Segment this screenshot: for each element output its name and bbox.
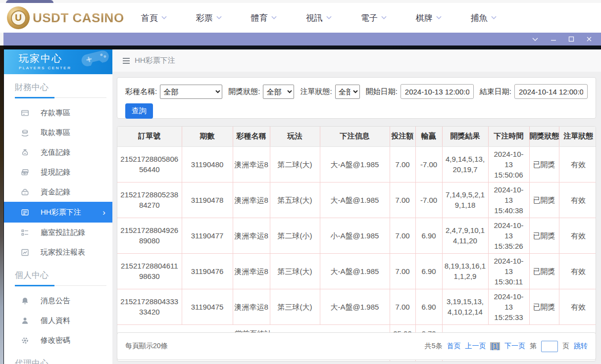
cell-play_type: 第二球(大) [270, 146, 320, 182]
cell-period: 31190478 [182, 182, 233, 218]
sidebar-item-funds-record[interactable]: 資金記錄 [4, 182, 112, 202]
sidebar-item-hall-bet-record[interactable]: 廳室投註記錄 [4, 223, 112, 242]
moneybag-icon [21, 148, 30, 157]
person-icon [21, 316, 30, 325]
cell-bet_amount: 7.00 [390, 218, 415, 253]
sidebar-item-label: 個人資料 [41, 316, 70, 325]
col-header-bet_info: 下注信息 [320, 127, 390, 146]
draw-status-select[interactable]: 全部 [263, 85, 294, 99]
prev-page-link[interactable]: 上一页 [465, 342, 486, 351]
sidebar-item-player-bet-report[interactable]: 玩家投注報表 [4, 242, 112, 262]
sidebar-item-label: 提現記錄 [41, 168, 70, 177]
cell-play_type: 第五球(大) [270, 182, 320, 218]
sidebar-item-label: 資金記錄 [41, 187, 70, 197]
nav-item-home[interactable]: 首頁 [141, 12, 167, 24]
nav-item-chess[interactable]: 棋牌 [416, 12, 442, 24]
app-window: 玩家中心 PLAYERS CENTER 財務中心存款專區取款專區充值記錄提現記錄… [3, 46, 601, 364]
chevron-down-icon [381, 16, 387, 20]
table-row: 215217288058065644031190480澳洲幸运8第二球(大)大-… [117, 146, 596, 182]
current-page-indicator[interactable]: [1] [490, 342, 500, 350]
cell-draw_result: 2,4,7,9,10,14,11,20 [442, 218, 488, 253]
page-jump-input[interactable] [541, 341, 558, 352]
cell-draw_status: 已開獎 [529, 146, 559, 182]
nav-item-label: 彩票 [196, 12, 213, 24]
cell-period: 31190476 [182, 253, 233, 289]
cell-bet_time: 2024-10-13 15:40:38 [488, 182, 529, 218]
sidebar: 玩家中心 PLAYERS CENTER 財務中心存款專區取款專區充值記錄提現記錄… [4, 49, 112, 364]
cell-draw_status: 已開獎 [529, 289, 559, 324]
sidebar-item-change-password[interactable]: 修改密碼 [4, 330, 112, 350]
sidebar-item-deposit[interactable]: 存款專區 [4, 103, 112, 123]
order-status-label: 注單狀態: [300, 87, 332, 96]
nav-item-label: 首頁 [141, 12, 158, 24]
cell-win_loss: 6.90 [415, 253, 442, 289]
jump-prefix-label: 第 [530, 342, 537, 351]
nav-item-lottery[interactable]: 彩票 [196, 12, 222, 24]
menu-icon[interactable] [122, 57, 130, 64]
start-date-input[interactable] [401, 84, 474, 99]
chevron-right-icon: › [102, 208, 105, 217]
purse-icon [21, 187, 30, 196]
table-row: 215217288043333342031190475澳洲幸运8第三球(大)大-… [117, 289, 596, 324]
sidebar-item-withdrawal-record[interactable]: 提現記錄 [4, 162, 112, 182]
cell-order_no: 2152172880461198630 [117, 253, 182, 289]
order-status-select[interactable]: 全部 [335, 85, 360, 99]
sidebar-item-label: 取款專區 [41, 128, 70, 137]
sidebar-section-agent: 代理中心 [4, 358, 112, 364]
sidebar-section-finance: 財務中心存款專區取款專區充值記錄提現記錄資金記錄HH彩票下注›廳室投註記錄玩家投… [4, 82, 112, 262]
sidebar-item-label: 消息公告 [41, 296, 70, 306]
cell-bet_amount: 7.00 [390, 146, 415, 182]
nav-item-sports[interactable]: 體育 [251, 12, 277, 24]
window-titlebar [3, 33, 601, 46]
cell-bet_info: 小-A盤@1.985 [320, 218, 390, 253]
cell-lottery_name: 澳洲幸运8 [233, 253, 270, 289]
banknote-icon [21, 168, 30, 177]
deposit-icon [21, 108, 30, 117]
nav-item-video[interactable]: 視訊 [306, 12, 332, 24]
search-button[interactable]: 查詢 [125, 103, 153, 119]
cell-bet_time: 2024-10-13 15:30:11 [488, 253, 529, 289]
list-card-icon [21, 208, 30, 217]
first-page-link[interactable]: 首页 [447, 342, 460, 351]
cell-period: 31190475 [182, 289, 233, 324]
jump-button[interactable]: 跳转 [574, 342, 588, 351]
start-date-label: 開始日期: [366, 87, 398, 96]
brand[interactable]: U USDT CASINO [7, 6, 124, 29]
cell-bet_amount: 7.00 [390, 289, 415, 324]
sidebar-item-notices[interactable]: 消息公告 [4, 291, 112, 311]
end-date-label: 結束日期: [480, 87, 511, 96]
sidebar-item-withdraw[interactable]: 取款專區 [4, 123, 112, 142]
chevron-down-icon [271, 16, 277, 20]
table-row: 215217288046119863031190476澳洲幸运8第三球(大)大-… [117, 253, 596, 289]
cell-bet_time: 2024-10-13 15:25:33 [488, 289, 529, 324]
cell-order_status: 有效 [559, 289, 596, 324]
nav-item-electronic[interactable]: 電子 [361, 12, 387, 24]
sidebar-section-personal: 個人中心消息公告個人資料修改密碼 [4, 270, 112, 350]
cell-bet_info: 大-A盤@1.985 [320, 289, 390, 324]
page-background-edge [0, 46, 3, 364]
sidebar-section-title: 財務中心 [15, 82, 106, 98]
lottery-name-select[interactable]: 全部 [160, 85, 222, 99]
cell-play_type: 第三球(大) [270, 253, 320, 289]
chevron-down-icon [216, 16, 222, 20]
cell-order_status: 有效 [559, 182, 596, 218]
titlebar-chevron-down-button[interactable] [532, 37, 539, 42]
titlebar-minimize-button[interactable] [551, 36, 556, 42]
nav-item-fishing[interactable]: 捕魚 [471, 12, 497, 24]
sidebar-section-title: 代理中心 [15, 358, 106, 364]
cell-bet_time: 2024-10-13 15:35:26 [488, 218, 529, 253]
cell-lottery_name: 澳洲幸运8 [233, 146, 270, 182]
sidebar-item-recharge-record[interactable]: 充值記錄 [4, 142, 112, 162]
nav-item-label: 電子 [361, 12, 378, 24]
nav-item-label: 體育 [251, 12, 268, 24]
page-size-text: 每頁顯示20條 [125, 342, 168, 351]
end-date-input[interactable] [514, 84, 588, 99]
titlebar-close-button[interactable] [586, 36, 592, 42]
next-page-link[interactable]: 下一页 [504, 342, 525, 351]
jump-suffix-label: 页 [562, 342, 569, 351]
sidebar-item-hh-lottery-bets[interactable]: HH彩票下注› [4, 202, 112, 223]
report-icon [21, 248, 30, 257]
col-header-draw_result: 開獎結果 [442, 127, 488, 146]
titlebar-maximize-button[interactable] [568, 36, 574, 42]
sidebar-item-profile[interactable]: 個人資料 [4, 311, 112, 330]
